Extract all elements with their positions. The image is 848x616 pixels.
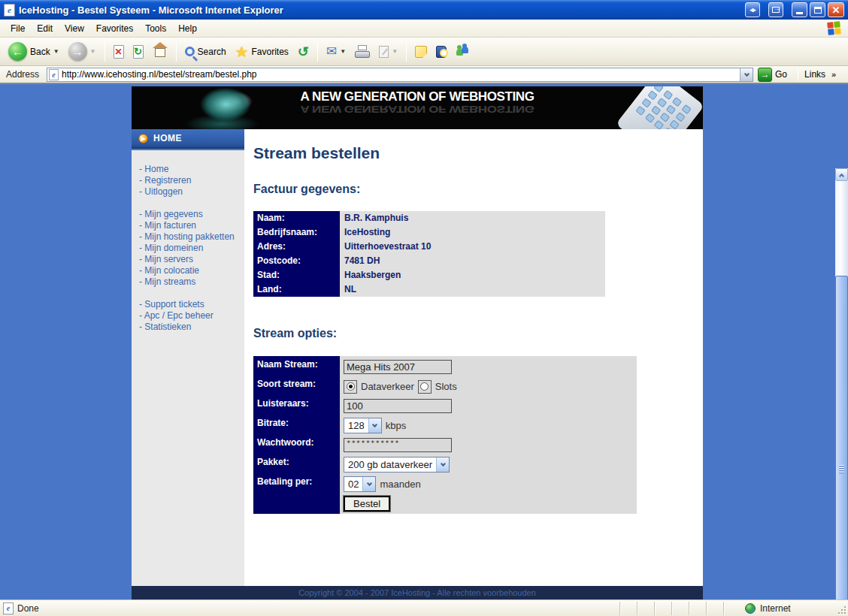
betaling-suffix: maanden: [380, 479, 420, 490]
favorites-label: Favorites: [252, 47, 289, 57]
menu-view[interactable]: View: [59, 21, 90, 36]
chevron-down-icon: [440, 461, 445, 467]
pop-out-button[interactable]: [768, 2, 783, 17]
status-pane: [706, 602, 723, 615]
address-url[interactable]: http://www.icehosting.nl/bestel/stream/b…: [62, 69, 256, 80]
back-button[interactable]: ← Back ▼: [5, 40, 63, 63]
page-title: Stream bestellen: [253, 144, 703, 162]
messenger-icon: [456, 46, 471, 58]
invoice-heading: Factuur gegevens:: [253, 183, 703, 196]
invoice-label-land: Land:: [253, 282, 340, 297]
table-row: Bedrijfsnaam: IceHosting: [253, 225, 605, 240]
history-button[interactable]: ↺: [294, 43, 313, 61]
research-button[interactable]: [432, 44, 450, 60]
links-label[interactable]: Links: [804, 69, 825, 80]
vertical-scrollbar[interactable]: [835, 168, 848, 599]
scroll-up-button[interactable]: [835, 168, 848, 181]
mail-button[interactable]: ✉ ▼: [323, 43, 350, 60]
page-icon: e: [3, 602, 14, 614]
naam-stream-input[interactable]: [344, 360, 452, 374]
search-button[interactable]: Search: [181, 44, 230, 59]
invoice-value-bedrijfsnaam: IceHosting: [340, 225, 605, 240]
ice-cube-image: [147, 88, 274, 129]
stop-button[interactable]: ✕: [110, 43, 128, 61]
standard-toolbar: ← Back ▼ → ▼ ✕ ↻ Search ★ Favorites ↺ ✉ …: [0, 38, 848, 66]
select-dropdown-button[interactable]: [368, 418, 381, 433]
go-label: Go: [775, 69, 787, 80]
sidebar-item-mijn-hosting-pakketten[interactable]: - Mijn hosting pakketten: [139, 231, 244, 243]
menu-help[interactable]: Help: [172, 21, 203, 36]
toolbar-separator: [406, 42, 407, 62]
sidebar-item-mijn-gegevens[interactable]: - Mijn gegevens: [139, 209, 244, 220]
menu-tools[interactable]: Tools: [139, 21, 172, 36]
menu-favorites[interactable]: Favorites: [90, 21, 139, 36]
home-button[interactable]: [149, 42, 171, 62]
form-row: Bestel: [253, 493, 637, 514]
messenger-button[interactable]: [452, 44, 474, 60]
maximize-button[interactable]: [810, 2, 825, 17]
slots-radio[interactable]: [418, 380, 432, 394]
back-dropdown-icon[interactable]: ▼: [53, 48, 59, 55]
sidebar-item-registreren[interactable]: - Registreren: [139, 175, 244, 186]
sidebar-item-mijn-colocatie[interactable]: - Mijn colocatie: [139, 265, 244, 276]
form-row: Betaling per: 02 maanden: [253, 473, 637, 493]
sidebar-nav: - Home - Registreren - Uitloggen - Mijn …: [132, 150, 244, 595]
sidebar-item-home[interactable]: - Home: [139, 164, 244, 175]
select-dropdown-button[interactable]: [362, 477, 375, 491]
bitrate-select[interactable]: 128: [344, 418, 382, 433]
luisteraars-input[interactable]: [344, 399, 452, 413]
close-icon: ✕: [832, 5, 840, 15]
address-input[interactable]: e http://www.icehosting.nl/bestel/stream…: [47, 68, 753, 82]
refresh-button[interactable]: ↻: [129, 43, 147, 61]
close-button[interactable]: ✕: [828, 2, 844, 17]
note-icon: [415, 46, 427, 58]
sidebar-item-apc-epc-beheer[interactable]: - Apc / Epc beheer: [139, 310, 244, 322]
overflow-chevrons-icon[interactable]: »: [831, 70, 836, 79]
naam-stream-label: Naam Stream:: [253, 356, 340, 376]
invoice-label-postcode: Postcode:: [253, 254, 340, 268]
form-row: Naam Stream:: [253, 356, 637, 376]
status-pane: [654, 602, 671, 615]
form-row: Pakket: 200 gb dataverkeer: [253, 454, 637, 473]
print-button[interactable]: [351, 43, 374, 60]
menu-bar: File Edit View Favorites Tools Help: [0, 20, 848, 38]
go-arrow-icon: →: [758, 68, 772, 82]
ie-document-icon: e: [4, 4, 15, 17]
pan-left-right-button[interactable]: ◂▸: [745, 2, 760, 17]
sidebar-item-support-tickets[interactable]: - Support tickets: [139, 299, 244, 310]
resize-grip[interactable]: [836, 604, 846, 614]
sidebar-item-uitloggen[interactable]: - Uitloggen: [139, 186, 244, 198]
dataverkeer-radio-label: Dataverkeer: [361, 381, 414, 392]
dataverkeer-radio[interactable]: [344, 380, 357, 394]
edit-icon: [379, 46, 389, 58]
go-button[interactable]: → Go: [758, 68, 787, 82]
select-dropdown-button[interactable]: [436, 457, 449, 472]
forward-button[interactable]: → ▼: [65, 40, 100, 63]
pakket-select[interactable]: 200 gb dataverkeer: [344, 457, 450, 473]
minimize-button[interactable]: [792, 2, 807, 17]
home-icon: [153, 47, 168, 59]
invoice-value-land: NL: [340, 282, 605, 297]
wachtwoord-input[interactable]: [344, 438, 452, 452]
sidebar-item-mijn-servers[interactable]: - Mijn servers: [139, 254, 244, 265]
favorites-button[interactable]: ★ Favorites: [232, 42, 292, 62]
address-dropdown-button[interactable]: [740, 68, 753, 81]
window-title: IceHosting - Bestel Systeem - Microsoft …: [19, 5, 283, 16]
research-icon: [436, 46, 447, 58]
toolbar-separator: [104, 42, 105, 62]
sidebar-item-statistieken[interactable]: - Statistieken: [139, 322, 244, 333]
menu-edit[interactable]: Edit: [31, 21, 59, 36]
sidebar-item-mijn-domeinen[interactable]: - Mijn domeinen: [139, 243, 244, 254]
betaling-select[interactable]: 02: [344, 476, 376, 492]
menu-file[interactable]: File: [5, 21, 31, 36]
links-toolbar: Links »: [798, 68, 836, 81]
scrollbar-thumb[interactable]: [835, 276, 848, 599]
sidebar-item-mijn-facturen[interactable]: - Mijn facturen: [139, 220, 244, 231]
banner-tagline-reflection: A NEW GENERATION OF WEBHOSTING: [278, 103, 556, 115]
sidebar-item-mijn-streams[interactable]: - Mijn streams: [139, 276, 244, 288]
bestel-button[interactable]: Bestel: [344, 496, 390, 512]
back-icon: ←: [8, 42, 27, 61]
mail-dropdown-icon[interactable]: ▼: [340, 48, 346, 55]
discuss-button[interactable]: [411, 44, 431, 60]
edit-button[interactable]: ▼: [375, 44, 401, 60]
